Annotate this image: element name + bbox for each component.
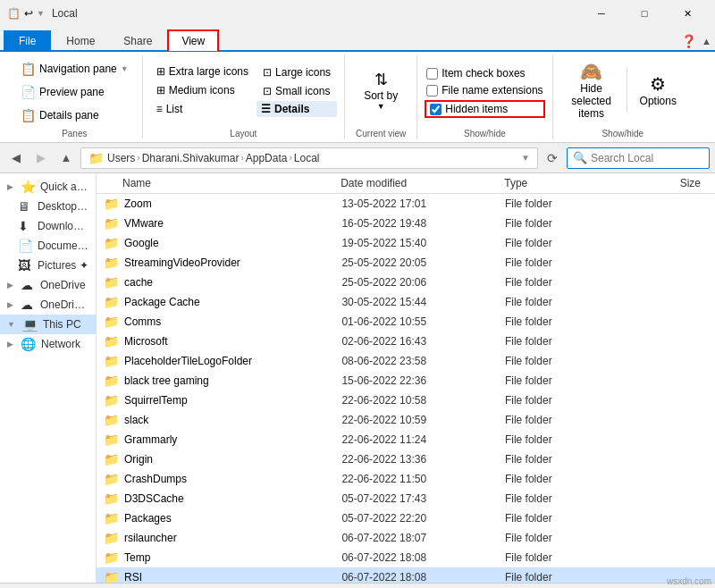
tab-file[interactable]: File <box>4 30 51 51</box>
table-row[interactable]: 📁Zoom13-05-2022 17:01File folder <box>97 194 715 214</box>
file-date: 22-06-2022 11:50 <box>341 473 505 485</box>
folder-icon: 📁 <box>104 413 119 427</box>
sidebar-item-downloads[interactable]: ⬇ Downloads ✦ <box>0 216 96 236</box>
medium-icons-button[interactable]: ⊞ Medium icons <box>150 81 255 99</box>
table-row[interactable]: 📁rsilauncher06-07-2022 18:07File folder <box>97 528 715 548</box>
sidebar-item-quick-access[interactable]: ▶ ⭐ Quick acce <box>0 177 96 197</box>
file-type: File folder <box>505 492 614 505</box>
table-row[interactable]: 📁VMware16-05-2022 19:48File folder <box>97 214 715 233</box>
file-type: File folder <box>505 335 614 348</box>
file-name: VMware <box>124 217 341 230</box>
sidebar-item-onedrive1[interactable]: ▶ ☁ OneDrive <box>0 275 96 295</box>
table-row[interactable]: 📁Packages05-07-2022 22:20File folder <box>97 508 715 528</box>
file-name-extensions-option[interactable]: File name extensions <box>425 83 544 97</box>
hidden-items-checkbox[interactable] <box>430 104 442 115</box>
file-name: rsilauncher <box>124 532 341 544</box>
close-button[interactable]: ✕ <box>667 0 708 27</box>
column-date[interactable]: Date modified <box>341 177 504 189</box>
table-row[interactable]: 📁SquirrelTemp22-06-2022 10:58File folder <box>97 391 715 410</box>
file-type: File folder <box>505 473 614 485</box>
tab-home[interactable]: Home <box>53 30 108 51</box>
extra-large-icons-button[interactable]: ⊞ Extra large icons <box>150 63 255 80</box>
tab-view[interactable]: View <box>167 29 219 51</box>
options-button[interactable]: ⚙ Options <box>631 70 686 111</box>
item-checkboxes-option[interactable]: Item check boxes <box>425 66 544 80</box>
large-icons-button[interactable]: ⊡ Large icons <box>257 63 337 81</box>
maximize-button[interactable]: □ <box>624 0 665 27</box>
column-name[interactable]: Name <box>122 177 341 189</box>
ribbon-group-current-view: ⇅ Sort by ▼ Current view <box>345 55 417 139</box>
nav-pane-arrow: ▼ <box>121 64 129 73</box>
file-date: 30-05-2022 15:44 <box>341 296 505 308</box>
path-dropdown-icon[interactable]: ▼ <box>521 153 530 163</box>
file-date: 05-07-2022 22:20 <box>341 512 505 525</box>
table-row[interactable]: 📁black tree gaming15-06-2022 22:36File f… <box>97 371 715 391</box>
help-icon[interactable]: ❓ <box>681 34 696 48</box>
file-date: 22-06-2022 10:59 <box>341 414 505 426</box>
details-button[interactable]: ☰ Details <box>257 101 337 117</box>
table-row[interactable]: 📁D3DSCache05-07-2022 17:43File folder <box>97 489 715 508</box>
navigation-pane-button[interactable]: 📋 Navigation pane ▼ <box>14 59 135 79</box>
table-row[interactable]: 📁Temp06-07-2022 18:08File folder <box>97 548 715 567</box>
column-type[interactable]: Type <box>504 177 613 189</box>
sidebar-item-onedrive2[interactable]: ▶ ☁ OneDrive - <box>0 295 96 315</box>
preview-icon: 📄 <box>21 85 36 99</box>
sidebar-item-thispc[interactable]: ▼ 💻 This PC <box>0 315 96 334</box>
address-path[interactable]: 📁 Users › Dharani.Shivakumar › AppData ›… <box>80 147 538 169</box>
ribbon-group-layout: ⊞ Extra large icons ⊞ Medium icons ≡ Lis… <box>143 55 345 139</box>
file-type: File folder <box>505 315 614 328</box>
sidebar-item-pictures[interactable]: 🖼 Pictures ✦ <box>0 256 96 275</box>
details-icon: 📋 <box>21 108 36 122</box>
sidebar-item-documents[interactable]: 📄 Documents ✦ <box>0 236 96 256</box>
file-type: File folder <box>505 276 614 289</box>
file-date: 02-06-2022 16:43 <box>341 335 505 348</box>
item-checkboxes-checkbox[interactable] <box>426 68 438 80</box>
table-row[interactable]: 📁Origin22-06-2022 13:36File folder <box>97 449 715 469</box>
sidebar-item-label: OneDrive <box>40 279 86 291</box>
sort-by-button[interactable]: ⇅ Sort by ▼ <box>358 66 403 114</box>
file-name: Microsoft <box>124 335 341 348</box>
file-date: 06-07-2022 18:08 <box>341 551 505 564</box>
small-icons-icon: ⊡ <box>263 85 272 97</box>
table-row[interactable]: 📁Microsoft02-06-2022 16:43File folder <box>97 332 715 351</box>
sidebar-item-network[interactable]: ▶ 🌐 Network <box>0 334 96 354</box>
refresh-button[interactable]: ⟳ <box>542 147 563 169</box>
forward-button[interactable]: ▶ <box>30 147 52 169</box>
table-row[interactable]: 📁Grammarly22-06-2022 11:24File folder <box>97 430 715 449</box>
table-row[interactable]: 📁PlaceholderTileLogoFolder08-06-2022 23:… <box>97 351 715 371</box>
table-row[interactable]: 📁Package Cache30-05-2022 15:44File folde… <box>97 292 715 312</box>
table-row[interactable]: 📁cache25-05-2022 20:06File folder <box>97 273 715 292</box>
tab-share[interactable]: Share <box>110 30 165 51</box>
breadcrumb: Users › Dharani.Shivakumar › AppData › L… <box>107 152 319 164</box>
window-title: Local <box>52 7 78 20</box>
table-row[interactable]: 📁StreamingVideoProvider25-05-2022 20:05F… <box>97 253 715 273</box>
navigation-pane: ▶ ⭐ Quick acce 🖥 Desktop ✦ ⬇ Downloads ✦… <box>0 173 97 583</box>
minimize-button[interactable]: ─ <box>581 0 622 27</box>
table-row[interactable]: 📁CrashDumps22-06-2022 11:50File folder <box>97 469 715 489</box>
hidden-items-option[interactable]: Hidden items <box>425 100 544 118</box>
up-button[interactable]: ▲ <box>55 147 77 169</box>
sidebar-item-desktop[interactable]: 🖥 Desktop ✦ <box>0 197 96 216</box>
small-icons-button[interactable]: ⊡ Small icons <box>257 82 337 100</box>
panes-label: Panes <box>14 125 135 139</box>
table-row[interactable]: 📁Google19-05-2022 15:40File folder <box>97 233 715 253</box>
table-row[interactable]: 📁RSI06-07-2022 18:08File folder <box>97 567 715 583</box>
file-name: slack <box>124 414 341 426</box>
column-size[interactable]: Size <box>613 177 708 189</box>
table-row[interactable]: 📁Comms01-06-2022 10:55File folder <box>97 312 715 332</box>
details-pane-button[interactable]: 📋 Details pane <box>14 105 135 125</box>
preview-pane-button[interactable]: 📄 Preview pane <box>14 82 135 102</box>
file-name: StreamingVideoProvider <box>124 256 341 269</box>
back-button[interactable]: ◀ <box>5 147 27 169</box>
file-date: 06-07-2022 18:07 <box>341 532 505 544</box>
hide-selected-button[interactable]: 🙈 Hide selected items <box>560 57 623 123</box>
file-list-header: 📁 Name Date modified Type Size <box>97 173 715 194</box>
list-button[interactable]: ≡ List <box>150 100 255 118</box>
file-date: 16-05-2022 19:48 <box>341 217 505 230</box>
search-input[interactable] <box>591 152 703 164</box>
file-type: File folder <box>505 256 614 269</box>
search-icon: 🔍 <box>573 151 587 164</box>
table-row[interactable]: 📁slack22-06-2022 10:59File folder <box>97 410 715 430</box>
ribbon-collapse-icon[interactable]: ▲ <box>702 36 711 46</box>
file-name-extensions-checkbox[interactable] <box>426 85 438 97</box>
